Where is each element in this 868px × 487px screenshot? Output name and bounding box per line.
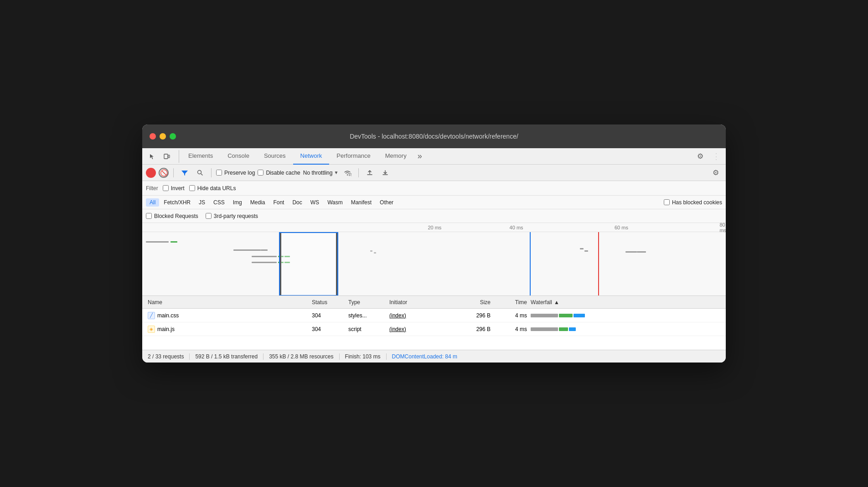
filter-doc[interactable]: Doc [289, 198, 305, 207]
filter-fetch-xhr[interactable]: Fetch/XHR [160, 198, 194, 207]
row-waterfall-css [529, 313, 722, 318]
row-type-js: script [346, 326, 388, 332]
tab-network[interactable]: Network [293, 148, 330, 165]
more-options-icon[interactable]: ⋮ [709, 150, 722, 163]
import-icon[interactable] [363, 166, 376, 179]
mini-bar-3 [233, 249, 261, 251]
preserve-log-checkbox[interactable] [216, 170, 222, 176]
mini-bar-right-1 [580, 248, 584, 249]
initiator-link-js[interactable]: (index) [389, 326, 406, 332]
initiator-link-css[interactable]: (index) [389, 312, 406, 319]
filter-css[interactable]: CSS [210, 198, 228, 207]
hide-data-urls-label[interactable]: Hide data URLs [189, 185, 236, 192]
col-header-name[interactable]: Name [146, 299, 310, 306]
hide-data-urls-checkbox[interactable] [189, 185, 195, 191]
top-toolbar: Elements Console Sources Network Perform… [142, 148, 726, 165]
wifi-settings-icon[interactable] [341, 166, 354, 179]
svg-rect-2 [168, 155, 170, 158]
mini-bar-4 [261, 249, 268, 251]
clear-button[interactable]: 🚫 [159, 168, 169, 178]
export-icon[interactable] [379, 166, 392, 179]
ruler-20ms: 20 ms [428, 225, 441, 230]
filter-media[interactable]: Media [247, 198, 269, 207]
table-row[interactable]: ╱ main.css 304 styles... (index) 296 B 4… [142, 309, 726, 322]
invert-label[interactable]: Invert [163, 185, 185, 192]
filter-js[interactable]: JS [195, 198, 209, 207]
network-settings-icon[interactable]: ⚙ [709, 166, 722, 179]
preserve-log-label[interactable]: Preserve log [216, 170, 255, 176]
minimize-button[interactable] [160, 133, 166, 140]
filter-img[interactable]: Img [229, 198, 246, 207]
search-icon[interactable] [194, 166, 207, 179]
waterfall-overview: 20 ms 40 ms 60 ms 80 ms 100 ms [142, 223, 726, 296]
devtools-window: DevTools - localhost:8080/docs/devtools/… [142, 124, 726, 363]
mini-bar-8 [252, 262, 277, 263]
empty-table-area [142, 336, 726, 350]
blocked-requests-label[interactable]: Blocked Requests [146, 213, 198, 219]
col-header-status[interactable]: Status [310, 299, 346, 306]
disable-cache-checkbox[interactable] [258, 170, 264, 176]
filter-ws[interactable]: WS [307, 198, 323, 207]
filter-font[interactable]: Font [269, 198, 288, 207]
has-blocked-cookies-label[interactable]: Has blocked cookies [664, 199, 722, 206]
disable-cache-label[interactable]: Disable cache [258, 170, 300, 176]
separator-1 [173, 168, 174, 177]
tab-console[interactable]: Console [220, 148, 257, 165]
filter-bar: Filter Invert Hide data URLs [142, 181, 726, 196]
col-header-type[interactable]: Type [346, 299, 388, 306]
filter-other[interactable]: Other [376, 198, 397, 207]
cursor-icon[interactable] [146, 150, 159, 163]
row-time-js: 4 ms [492, 326, 529, 332]
row-name-css: ╱ main.css [146, 312, 310, 319]
sb-resources: 355 kB / 2.8 MB resources [264, 353, 339, 360]
separator-2 [211, 168, 212, 177]
filter-all[interactable]: All [146, 198, 159, 207]
tabs-more-button[interactable]: » [414, 151, 426, 161]
selection-handle-left[interactable] [280, 233, 281, 295]
row-initiator-css: (index) [388, 312, 456, 319]
sb-finish: Finish: 103 ms [340, 353, 387, 360]
settings-icon[interactable]: ⚙ [694, 150, 707, 163]
svg-point-4 [349, 173, 352, 176]
tab-memory[interactable]: Memory [378, 148, 414, 165]
mini-bar-5 [252, 256, 277, 257]
type-filter-bar: All Fetch/XHR JS CSS Img Media Font Doc … [142, 196, 726, 209]
tab-performance[interactable]: Performance [329, 148, 377, 165]
tabs: Elements Console Sources Network Perform… [181, 148, 426, 164]
selection-handle-right[interactable] [336, 233, 337, 295]
maximize-button[interactable] [170, 133, 176, 140]
record-button[interactable] [146, 168, 156, 178]
toolbar-right: ⚙ ⋮ [694, 150, 722, 163]
wf-bar-green-js [559, 327, 568, 331]
col-header-size[interactable]: Size [456, 299, 492, 306]
waterfall-selection[interactable] [279, 232, 338, 296]
tab-sources[interactable]: Sources [257, 148, 293, 165]
table-row[interactable]: ◈ main.js 304 script (index) 296 B 4 ms [142, 322, 726, 336]
col-header-waterfall[interactable]: Waterfall ▲ [529, 299, 722, 306]
row-name-js: ◈ main.js [146, 326, 310, 333]
sb-dom-content-loaded: DOMContentLoaded: 84 m [387, 353, 463, 360]
waterfall-blue-line [530, 232, 531, 296]
waterfall-bars-area [142, 232, 726, 296]
filter-icon[interactable] [178, 166, 191, 179]
col-header-time[interactable]: Time [492, 299, 529, 306]
row-status-js: 304 [310, 326, 346, 332]
throttle-dropdown-icon[interactable]: ▼ [334, 170, 338, 175]
third-party-label[interactable]: 3rd-party requests [206, 213, 258, 219]
device-toolbar-icon[interactable] [160, 150, 173, 163]
filter-manifest[interactable]: Manifest [347, 198, 375, 207]
wf-bar-green-css [559, 314, 573, 317]
css-file-icon: ╱ [148, 312, 155, 319]
network-toolbar: 🚫 Preserve log Disable cache No throttli… [142, 165, 726, 181]
col-header-initiator[interactable]: Initiator [388, 299, 456, 306]
wf-bar-blue-css [574, 314, 585, 317]
close-button[interactable] [150, 133, 156, 140]
third-party-checkbox[interactable] [206, 213, 212, 219]
invert-checkbox[interactable] [163, 185, 169, 191]
has-blocked-cookies-checkbox[interactable] [664, 199, 670, 205]
tab-elements[interactable]: Elements [181, 148, 220, 165]
filter-wasm[interactable]: Wasm [324, 198, 346, 207]
row-size-css: 296 B [456, 312, 492, 319]
blocked-requests-checkbox[interactable] [146, 213, 152, 219]
ruler-40ms: 40 ms [510, 225, 523, 230]
